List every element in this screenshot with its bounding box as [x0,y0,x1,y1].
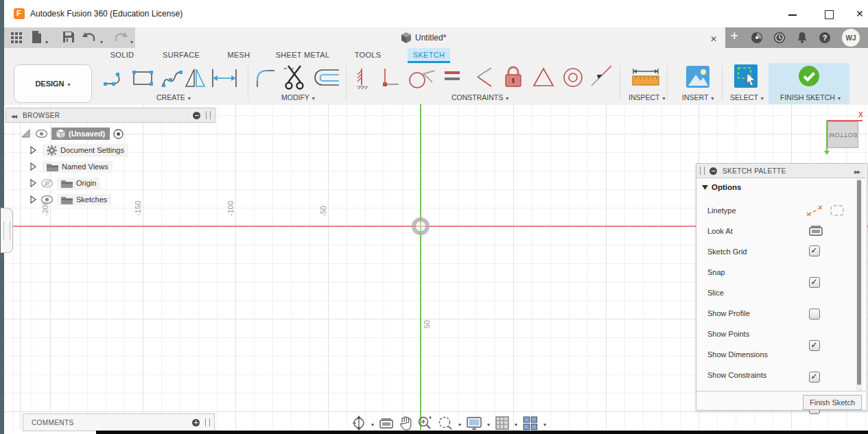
redo-icon[interactable] [114,32,128,43]
create-mirror-icon[interactable] [184,66,207,91]
collapse-browser-icon[interactable] [11,112,16,119]
sketch-palette-header[interactable]: SKETCH PALETTE [696,164,865,178]
workspace-selector[interactable]: DESIGN [14,64,92,103]
app-grid-icon[interactable] [11,32,22,43]
tab-solid[interactable]: SOLID [104,51,140,59]
look-at-nav-icon[interactable] [379,416,394,430]
visibility-eye-icon[interactable] [41,195,53,204]
fit-icon[interactable] [437,415,454,431]
expand-collapse-icon[interactable] [21,128,32,139]
modify-trim-icon[interactable] [283,64,307,91]
coincident-constraint-icon[interactable] [380,67,401,90]
insert-image-icon[interactable] [686,66,709,88]
comments-drag-handle[interactable] [205,418,210,426]
comments-bar[interactable]: COMMENTS [23,413,215,431]
finish-sketch-button[interactable]: FINISH SKETCH [769,63,849,104]
minimize-button[interactable] [788,14,797,16]
create-line-icon[interactable] [102,66,126,91]
browser-root-row[interactable]: (Unsaved) [21,126,124,141]
options-section-header[interactable]: Options [702,183,741,191]
tab-tools[interactable]: TOOLS [349,51,387,59]
maximize-button[interactable] [825,10,834,19]
modify-fillet-icon[interactable] [254,66,277,91]
new-tab-icon[interactable] [731,29,738,43]
undo-caret-icon[interactable] [100,34,103,47]
curvature-constraint-icon[interactable] [589,65,613,90]
browser-header[interactable]: BROWSER [5,108,215,123]
display-settings-caret-icon[interactable] [487,417,490,429]
palette-drag-handle[interactable] [700,167,705,175]
show-points-checkbox[interactable] [809,372,820,383]
file-menu-caret-icon[interactable] [45,34,48,47]
show-profile-checkbox[interactable] [809,340,820,351]
document-tab[interactable]: Untitled* [135,27,725,48]
fix-constraint-icon[interactable] [502,64,524,89]
equal-constraint-icon[interactable] [442,69,462,86]
create-rectangle-icon[interactable] [130,66,155,91]
viewcube[interactable]: BOTTOM [828,121,858,148]
modify-group-label[interactable]: MODIFY [281,93,315,101]
inspect-group-label[interactable]: INSPECT [629,93,666,101]
tangent-constraint-icon[interactable] [408,65,435,91]
redo-caret-icon[interactable] [130,34,133,47]
close-tab-icon[interactable] [710,32,717,45]
palette-scrollbar-thumb[interactable] [857,180,861,385]
activate-radio-icon[interactable] [113,129,124,139]
display-settings-icon[interactable] [466,415,482,431]
close-window-button[interactable] [856,8,864,19]
grid-settings-icon[interactable] [495,415,510,431]
expand-arrow-icon[interactable] [29,195,37,204]
inspect-measure-icon[interactable] [631,67,661,88]
job-status-icon[interactable] [751,32,763,44]
panel-grip-handle[interactable] [1,208,13,253]
origin-point[interactable] [412,217,430,235]
item-chip[interactable]: Origin [57,178,100,189]
modify-offset-icon[interactable] [312,67,342,90]
save-icon[interactable] [63,32,74,43]
grid-settings-caret-icon[interactable] [515,417,517,429]
browser-minimize-icon[interactable] [193,112,200,119]
expand-arrow-icon[interactable] [29,162,37,171]
help-icon[interactable]: ? [819,32,831,44]
constraints-group-label[interactable]: CONSTRAINTS [451,93,508,101]
item-chip[interactable]: Sketches [57,194,111,206]
create-group-label[interactable]: CREATE [156,93,191,101]
tab-surface[interactable]: SURFACE [156,51,206,59]
orbit-icon[interactable] [351,415,366,431]
root-document-chip[interactable]: (Unsaved) [51,128,110,140]
snap-checkbox[interactable] [809,277,820,288]
expand-arrow-icon[interactable] [29,145,37,155]
notification-bell-icon[interactable] [796,32,808,44]
concentric-constraint-icon[interactable] [561,66,585,89]
linetype-construction-icon[interactable] [806,204,823,217]
file-menu-icon[interactable] [32,31,42,43]
browser-item-origin[interactable]: Origin [29,176,100,191]
pan-icon[interactable] [399,415,412,431]
palette-minimize-icon[interactable] [709,167,717,175]
sketch-grid-checkbox[interactable] [809,245,820,256]
tab-sheet-metal[interactable]: SHEET METAL [272,51,333,59]
orbit-caret-icon[interactable] [371,417,374,429]
item-chip[interactable]: Document Settings [43,144,128,157]
slice-checkbox[interactable] [809,309,820,320]
tab-sketch[interactable]: SKETCH [408,51,450,59]
viewports-caret-icon[interactable] [543,417,546,429]
avatar[interactable]: WJ [842,29,860,47]
finish-sketch-palette-button[interactable]: Finish Sketch [803,395,862,410]
viewports-icon[interactable] [522,415,539,431]
midpoint-constraint-icon[interactable] [532,67,555,88]
add-comment-icon[interactable] [192,419,200,426]
browser-item-document-settings[interactable]: Document Settings [29,143,128,158]
clock-history-icon[interactable] [773,32,786,44]
undo-icon[interactable] [82,32,96,43]
select-tool-icon[interactable] [734,64,758,88]
expand-palette-icon[interactable] [854,167,860,175]
parallel-constraint-icon[interactable] [472,66,495,89]
insert-group-label[interactable]: INSERT [682,93,714,101]
visibility-eye-off-icon[interactable] [41,179,53,188]
fit-caret-icon[interactable] [458,417,461,429]
zoom-icon[interactable] [417,415,432,431]
create-dimension-icon[interactable] [209,66,240,91]
look-at-icon[interactable] [808,224,823,237]
create-spline-icon[interactable] [160,66,185,91]
